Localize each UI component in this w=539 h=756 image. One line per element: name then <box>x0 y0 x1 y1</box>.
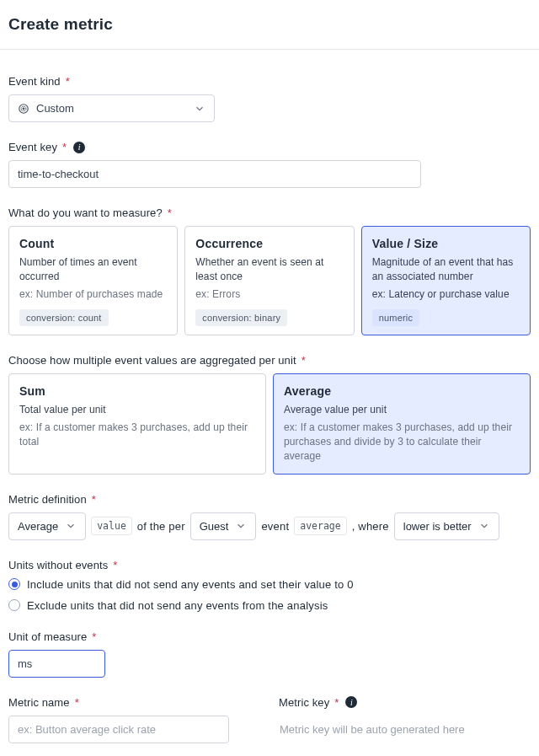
metric-key-readonly: Metric key will be auto generated here <box>279 716 499 743</box>
unit-of-measure-input[interactable]: ms <box>8 650 105 678</box>
radio-label: Include units that did not send any even… <box>27 578 354 591</box>
event-key-value: time-to-checkout <box>18 168 99 180</box>
measure-label-text: What do you want to measure? <box>8 206 163 219</box>
metric-key-label-text: Metric key <box>279 696 329 709</box>
event-key-label: Event key * i <box>8 141 531 153</box>
card-pill: numeric <box>372 309 420 326</box>
definition-average-chip: average <box>294 517 346 535</box>
card-desc: Total value per unit <box>19 403 255 417</box>
event-key-input[interactable]: time-to-checkout <box>8 160 421 188</box>
required-asterisk: * <box>168 206 172 219</box>
card-desc: Whether an event is seen at least once <box>195 255 343 284</box>
aggregate-label-text: Choose how multiple event values are agg… <box>8 354 296 367</box>
required-asterisk: * <box>75 696 79 709</box>
radio-include[interactable]: Include units that did not send any even… <box>8 578 531 591</box>
aggregate-label: Choose how multiple event values are agg… <box>8 354 531 367</box>
required-asterisk: * <box>66 75 70 88</box>
definition-agg-value: Average <box>18 520 58 533</box>
info-icon[interactable]: i <box>73 142 85 153</box>
card-title: Occurrence <box>195 237 343 250</box>
aggregate-option-average[interactable]: Average Average value per unit ex: If a … <box>273 373 531 474</box>
radio-icon <box>8 578 20 590</box>
metric-name-input[interactable]: ex: Button average click rate <box>8 716 229 743</box>
unit-of-measure-value: ms <box>18 657 32 670</box>
definition-label: Metric definition * <box>8 493 531 506</box>
units-without-events-label: Units without events * <box>8 559 531 571</box>
definition-unit-value: Guest <box>200 520 229 533</box>
card-title: Average <box>284 384 520 398</box>
units-without-events-label-text: Units without events <box>8 559 108 571</box>
target-icon <box>18 103 29 115</box>
measure-label: What do you want to measure? * <box>8 206 531 219</box>
page-title: Create metric <box>8 15 531 34</box>
required-asterisk: * <box>334 696 339 709</box>
card-title: Count <box>19 237 167 250</box>
definition-agg-select[interactable]: Average <box>8 512 86 540</box>
event-key-label-text: Event key <box>8 141 57 153</box>
svg-point-2 <box>23 108 24 110</box>
card-desc: Average value per unit <box>284 403 520 417</box>
card-example: ex: Errors <box>195 287 343 302</box>
card-desc: Number of times an event occurred <box>19 255 167 284</box>
required-asterisk: * <box>113 559 117 571</box>
definition-unit-select[interactable]: Guest <box>190 512 257 540</box>
definition-value-chip: value <box>91 517 132 535</box>
definition-label-text: Metric definition <box>8 493 87 506</box>
radio-label: Exclude units that did not send any even… <box>27 599 328 612</box>
definition-direction-select[interactable]: lower is better <box>394 512 499 540</box>
required-asterisk: * <box>62 141 67 153</box>
radio-icon <box>8 599 20 611</box>
metric-key-label: Metric key * i <box>279 696 531 709</box>
event-kind-label-text: Event kind <box>8 75 61 88</box>
unit-of-measure-label: Unit of measure * <box>8 630 531 643</box>
definition-text: of the per <box>137 520 185 533</box>
chevron-down-icon <box>194 103 205 115</box>
event-kind-label: Event kind * <box>8 75 531 88</box>
card-title: Sum <box>19 384 255 398</box>
chevron-down-icon <box>65 520 77 532</box>
card-pill: conversion: binary <box>195 309 287 326</box>
radio-exclude[interactable]: Exclude units that did not send any even… <box>8 599 531 612</box>
metric-name-placeholder: ex: Button average click rate <box>18 723 156 736</box>
required-asterisk: * <box>92 493 96 506</box>
required-asterisk: * <box>92 630 96 643</box>
card-example: ex: If a customer makes 3 purchases, add… <box>284 421 520 463</box>
unit-of-measure-label-text: Unit of measure <box>8 630 87 643</box>
card-example: ex: If a customer makes 3 purchases, add… <box>19 421 255 449</box>
aggregate-option-sum[interactable]: Sum Total value per unit ex: If a custom… <box>8 373 266 474</box>
card-title: Value / Size <box>372 237 520 250</box>
card-example: ex: Latency or purchase value <box>372 287 520 302</box>
measure-option-occurrence[interactable]: Occurrence Whether an event is seen at l… <box>184 226 354 335</box>
event-kind-select[interactable]: Custom <box>8 94 215 122</box>
event-kind-value: Custom <box>36 102 74 115</box>
definition-direction-value: lower is better <box>403 520 472 533</box>
chevron-down-icon <box>235 520 247 532</box>
card-example: ex: Number of purchases made <box>19 287 167 302</box>
definition-text: , where <box>352 520 389 533</box>
metric-key-placeholder: Metric key will be auto generated here <box>280 723 465 736</box>
divider <box>0 49 539 50</box>
measure-option-count[interactable]: Count Number of times an event occurred … <box>8 226 178 335</box>
metric-name-label-text: Metric name <box>8 696 70 709</box>
chevron-down-icon <box>478 520 490 532</box>
card-pill: conversion: count <box>19 309 109 326</box>
definition-text: event <box>261 520 289 533</box>
card-desc: Magnitude of an event that has an associ… <box>372 255 520 284</box>
required-asterisk: * <box>302 354 306 367</box>
metric-name-label: Metric name * <box>8 696 260 709</box>
info-icon[interactable]: i <box>345 696 357 708</box>
measure-option-value[interactable]: Value / Size Magnitude of an event that … <box>361 226 531 335</box>
